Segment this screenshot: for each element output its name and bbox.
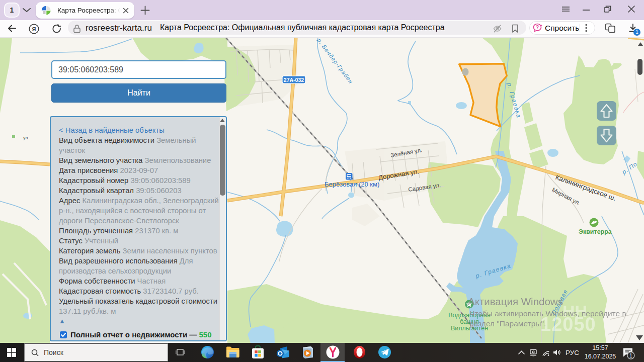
svg-text:ул.: ул.: [23, 135, 29, 140]
svg-text:Я: Я: [32, 26, 36, 32]
svg-text:Активация Windows: Активация Windows: [468, 296, 563, 307]
svg-text:Берёзовая (20 км): Берёзовая (20 км): [325, 180, 379, 188]
svg-text:1: 1: [629, 352, 632, 358]
svg-text:раздел "Параметры".: раздел "Параметры".: [469, 319, 546, 328]
svg-text:Чтобы активировать Windows, пе: Чтобы активировать Windows, перейдите в: [469, 309, 626, 318]
svg-text:Эквитерра: Эквитерра: [579, 228, 612, 235]
svg-text:?: ?: [536, 25, 539, 30]
svg-text:27А-032: 27А-032: [284, 77, 304, 83]
